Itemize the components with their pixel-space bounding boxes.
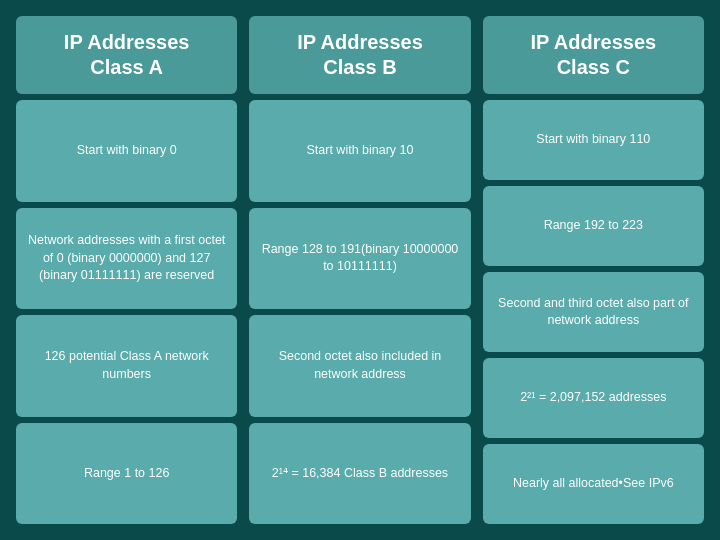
class-a-range: Range 1 to 126	[16, 423, 237, 525]
column-class-a: IP Addresses Class AStart with binary 0N…	[16, 16, 237, 524]
class-a-potential: 126 potential Class A network numbers	[16, 315, 237, 417]
class-c-range192: Range 192 to 223	[483, 186, 704, 266]
class-a-binary: Start with binary 0	[16, 100, 237, 202]
class-b-addresses: 2¹⁴ = 16,384 Class B addresses	[249, 423, 470, 525]
class-c-header: IP Addresses Class C	[483, 16, 704, 94]
class-c-addresses: 2²¹ = 2,097,152 addresses	[483, 358, 704, 438]
columns-container: IP Addresses Class AStart with binary 0N…	[0, 0, 720, 540]
class-b-binary: Start with binary 10	[249, 100, 470, 202]
class-c-binary: Start with binary 110	[483, 100, 704, 180]
class-c-third-octet: Second and third octet also part of netw…	[483, 272, 704, 352]
class-b-range128: Range 128 to 191(binary 10000000 to 1011…	[249, 208, 470, 310]
class-a-header: IP Addresses Class A	[16, 16, 237, 94]
column-class-c: IP Addresses Class CStart with binary 11…	[483, 16, 704, 524]
column-class-b: IP Addresses Class BStart with binary 10…	[249, 16, 470, 524]
class-a-reserved: Network addresses with a first octet of …	[16, 208, 237, 310]
class-c-allocated: Nearly all allocated•See IPv6	[483, 444, 704, 524]
class-b-header: IP Addresses Class B	[249, 16, 470, 94]
class-b-second-octet: Second octet also included in network ad…	[249, 315, 470, 417]
